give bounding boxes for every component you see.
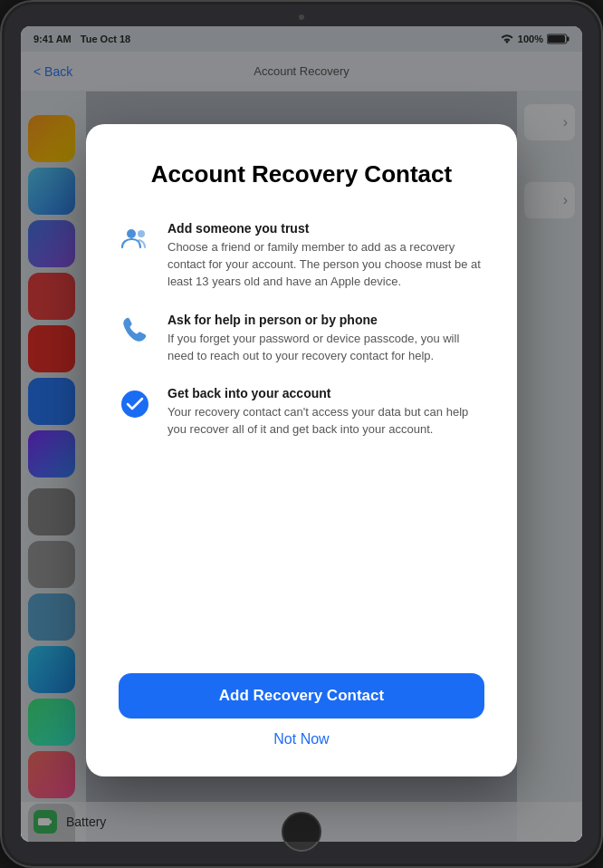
- svg-point-5: [127, 229, 136, 238]
- status-bar: 9:41 AM Tue Oct 18 100%: [21, 26, 582, 52]
- modal-title: Account Recovery Contact: [119, 160, 484, 188]
- feature-text-ask-help: Ask for help in person or by phone If yo…: [168, 313, 484, 365]
- screen: 9:41 AM Tue Oct 18 100% < Back Account R…: [21, 26, 582, 842]
- date: Tue Oct 18: [81, 34, 130, 44]
- modal-actions: Add Recovery Contact Not Now: [119, 673, 484, 747]
- ipad-shell: 9:41 AM Tue Oct 18 100% < Back Account R…: [0, 0, 603, 868]
- feature-desc-add-someone: Choose a friend or family member to add …: [168, 239, 484, 291]
- camera-dot: [299, 14, 304, 20]
- time: 9:41 AM: [34, 34, 72, 44]
- wifi-icon: [500, 34, 514, 44]
- feature-list: Add someone you trust Choose a friend or…: [119, 221, 484, 651]
- battery-percent: 100%: [518, 34, 543, 44]
- checkmark-circle-icon: [119, 388, 151, 420]
- feature-desc-ask-help: If you forget your password or device pa…: [168, 331, 484, 365]
- people-icon: [119, 223, 151, 256]
- status-left: 9:41 AM Tue Oct 18: [34, 34, 130, 44]
- svg-rect-2: [548, 35, 565, 43]
- feature-text-get-back: Get back into your account Your recovery…: [168, 386, 484, 439]
- feature-item-ask-help: Ask for help in person or by phone If yo…: [119, 313, 484, 365]
- feature-title-ask-help: Ask for help in person or by phone: [168, 313, 484, 327]
- battery-icon: [547, 34, 570, 44]
- svg-rect-1: [567, 37, 570, 42]
- phone-icon: [119, 314, 151, 347]
- add-recovery-contact-button[interactable]: Add Recovery Contact: [119, 673, 484, 719]
- feature-text-add-someone: Add someone you trust Choose a friend or…: [168, 221, 484, 291]
- modal-card: Account Recovery Contact Add someone you…: [86, 124, 517, 776]
- feature-title-add-someone: Add someone you trust: [168, 221, 484, 236]
- not-now-button[interactable]: Not Now: [273, 731, 329, 747]
- feature-item-add-someone: Add someone you trust Choose a friend or…: [119, 221, 484, 291]
- feature-title-get-back: Get back into your account: [168, 386, 484, 400]
- status-right: 100%: [500, 34, 570, 44]
- feature-desc-get-back: Your recovery contact can't access your …: [168, 404, 484, 439]
- svg-point-6: [138, 230, 145, 237]
- feature-item-get-back: Get back into your account Your recovery…: [119, 386, 484, 439]
- svg-point-7: [121, 391, 148, 418]
